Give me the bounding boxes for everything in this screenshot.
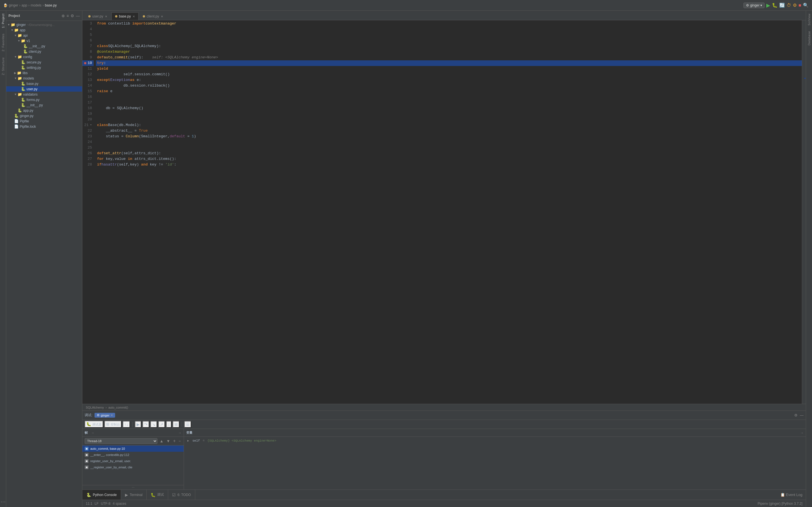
minimize-icon[interactable]: — bbox=[76, 13, 80, 18]
more-panels-btn[interactable]: ⋯ bbox=[1, 496, 6, 507]
structure-panel-toggle[interactable]: Z: Structure bbox=[1, 54, 6, 78]
frame-item-0[interactable]: ▣ auto_commit, base.py:10 bbox=[83, 446, 184, 452]
tree-item-client-py[interactable]: 🐍 client.py bbox=[6, 49, 82, 54]
tab-close-user[interactable]: ✕ bbox=[105, 15, 107, 18]
code-line-9: def auto_commit(self): self: <SQLAlchemy… bbox=[96, 55, 802, 60]
tree-item-ginger[interactable]: ▼ 📁 ginger ~/Documents/ging... bbox=[6, 22, 82, 27]
thread-dropdown[interactable]: Thread-18 bbox=[85, 438, 157, 444]
tab-base-py[interactable]: base.py ✕ bbox=[111, 12, 139, 20]
thread-up-btn[interactable]: ▲ bbox=[159, 438, 164, 444]
debug-minimize-icon[interactable]: — bbox=[800, 413, 804, 417]
debug-settings-icon[interactable]: ⚙ bbox=[794, 413, 798, 417]
tree-item-models[interactable]: ▼ 📁 models bbox=[6, 75, 82, 81]
python-console-tab[interactable]: 🐍 Python Console bbox=[83, 490, 121, 500]
tree-item-ginger-py[interactable]: 🐍 ginger.py bbox=[6, 113, 82, 118]
code-line-27: for key,value in attrs_dict.items(): bbox=[96, 156, 802, 162]
coverage-button[interactable]: 🔄 bbox=[779, 3, 785, 8]
settings-icon[interactable]: ⚙ bbox=[70, 13, 74, 18]
debug-tab-close[interactable]: ✕ bbox=[111, 414, 113, 417]
frame-item-3[interactable]: ▣ __register_user_by_email, clie bbox=[83, 464, 184, 470]
tree-item-pipfile[interactable]: 📄 Pipfile bbox=[6, 118, 82, 124]
collapse-icon[interactable]: ≡ bbox=[67, 13, 69, 18]
step-into-btn[interactable]: ↘ bbox=[150, 421, 157, 428]
add-frame-btn[interactable]: + bbox=[172, 438, 176, 444]
env-indicator[interactable]: Pipenv (ginger) [Python 3.7.2] bbox=[758, 502, 802, 506]
favorites-panel-toggle[interactable]: 2: Favorites bbox=[1, 31, 6, 54]
breadcrumb-sqlalchemy[interactable]: SQLAlchemy bbox=[86, 406, 104, 409]
tab-close-client[interactable]: ✕ bbox=[161, 15, 163, 18]
step-out-btn[interactable]: ↗ bbox=[158, 421, 165, 428]
pipfile-lock-icon: 📄 bbox=[14, 124, 19, 128]
todo-tab[interactable]: ☑ 6: TODO bbox=[168, 490, 195, 500]
tree-item-v1[interactable]: ▼ 📁 v1 bbox=[6, 38, 82, 44]
run-config-selector[interactable]: ⚙ ginger ▾ bbox=[744, 3, 765, 8]
toggle-btn[interactable]: ↑↓ bbox=[123, 421, 130, 428]
position-indicator[interactable]: 11:1 bbox=[86, 502, 92, 506]
tab-user-py[interactable]: user.py ✕ bbox=[85, 12, 111, 20]
line-ending-selector[interactable]: LF bbox=[95, 502, 99, 506]
tree-item-pipfile-lock[interactable]: 📄 Pipfile.lock bbox=[6, 124, 82, 129]
breadcrumb-app[interactable]: app bbox=[21, 3, 27, 7]
thread-down-btn[interactable]: ▼ bbox=[166, 438, 171, 444]
var-name: self bbox=[193, 439, 200, 442]
remove-frame-btn[interactable]: − bbox=[178, 438, 181, 444]
frames-list-btn[interactable]: ☰ bbox=[184, 421, 191, 428]
frame-item-2[interactable]: ▣ register_user_by_email, user. bbox=[83, 458, 184, 464]
line-num-7: 7 bbox=[83, 44, 94, 49]
tree-item-setting-py[interactable]: 🐍 setting.py bbox=[6, 65, 82, 70]
sciview-panel-toggle[interactable]: SciView bbox=[807, 11, 812, 28]
debug-session-tab[interactable]: ⚙ ginger ✕ bbox=[95, 413, 115, 417]
step-over-btn[interactable]: ↷ bbox=[143, 421, 149, 428]
debugger-btn[interactable]: 🐛 调试器 bbox=[85, 421, 103, 428]
breadcrumb-models[interactable]: models bbox=[31, 3, 42, 7]
stop-button[interactable]: ■ bbox=[799, 3, 801, 8]
frame-item-1[interactable]: ▣ __enter__, contextlib.py:112 bbox=[83, 452, 184, 458]
breadcrumb-ginger[interactable]: ginger bbox=[9, 3, 18, 7]
console-btn[interactable]: ⊞ 控制台 bbox=[104, 421, 122, 428]
breadcrumb-file[interactable]: base.py bbox=[45, 3, 57, 7]
breadcrumb-autocommit[interactable]: auto_commit() bbox=[108, 406, 128, 409]
tree-item-libs[interactable]: ▶ 📁 libs bbox=[6, 70, 82, 75]
frame-icon: ▣ bbox=[85, 459, 89, 463]
locate-file-icon[interactable]: ⊕ bbox=[61, 13, 65, 18]
status-left: 11:1 LF UTF-8 4 spaces bbox=[86, 502, 126, 506]
var-item-self[interactable]: ▶ self = {SQLAlchemy} <SQLAlchemy engine… bbox=[184, 438, 806, 444]
tree-item-api[interactable]: ▼ 📁 api bbox=[6, 33, 82, 38]
tree-item-base-py[interactable]: 🐍 base.py bbox=[6, 81, 82, 86]
encoding-value: UTF-8 bbox=[101, 502, 110, 506]
run-button[interactable]: ▶ bbox=[766, 2, 770, 8]
tab-client-py[interactable]: client.py ✕ bbox=[139, 12, 167, 20]
profile-button[interactable]: ⏱ bbox=[787, 3, 791, 8]
project-panel-toggle[interactable]: 1: Project bbox=[1, 11, 6, 31]
build-button[interactable]: ⚙ bbox=[793, 3, 797, 8]
var-expand-btn[interactable]: ▶ bbox=[187, 439, 191, 442]
event-log-btn[interactable]: 📋 Event Log bbox=[780, 493, 802, 497]
tree-item-forms-py[interactable]: 🐍 forms.py bbox=[6, 97, 82, 102]
encoding-selector[interactable]: UTF-8 bbox=[101, 502, 110, 506]
tree-item-config[interactable]: ▼ 📁 config bbox=[6, 54, 82, 59]
tree-item-user-py[interactable]: 🐍 user.py bbox=[6, 86, 82, 92]
tab-close-base[interactable]: ✕ bbox=[132, 15, 135, 18]
tree-item-init-py[interactable]: 🐍 __init__.py bbox=[6, 44, 82, 49]
tree-item-validators[interactable]: ▼ 📁 validators bbox=[6, 92, 82, 97]
indent-selector[interactable]: 4 spaces bbox=[113, 502, 126, 506]
frames-expand[interactable]: → bbox=[178, 431, 181, 435]
database-panel-toggle[interactable]: Database bbox=[807, 28, 812, 48]
tree-item-secure-py[interactable]: 🐍 secure.py bbox=[6, 59, 82, 65]
tree-item-validators-init[interactable]: 🐍 __init__.py bbox=[6, 102, 82, 108]
tree-item-app-py[interactable]: 🐍 app.py bbox=[6, 108, 82, 113]
run-to-cursor-btn[interactable]: ↕ bbox=[166, 421, 171, 428]
search-button[interactable]: 🔍 bbox=[803, 3, 809, 8]
evaluate-btn[interactable]: ⊞ bbox=[173, 421, 179, 428]
variables-expand[interactable]: → bbox=[801, 431, 804, 435]
terminal-tab[interactable]: ▶ Terminal bbox=[121, 490, 147, 500]
tree-item-app[interactable]: ▼ 📁 app bbox=[6, 27, 82, 33]
config-label-text: ginger bbox=[750, 3, 760, 7]
code-content[interactable]: from contextlib import contextmanager cl… bbox=[96, 20, 802, 404]
editor-scrollbar[interactable] bbox=[802, 20, 806, 404]
resume-btn[interactable]: ▶ bbox=[135, 421, 141, 428]
debug-tab[interactable]: 🐛 调试 bbox=[147, 490, 168, 500]
code-editor[interactable]: 3 4 5 6 7 8 9 10 11 12 bbox=[83, 20, 802, 404]
debug-button[interactable]: 🐛 bbox=[772, 3, 777, 8]
fold-icon[interactable]: ⚬ bbox=[90, 122, 92, 128]
